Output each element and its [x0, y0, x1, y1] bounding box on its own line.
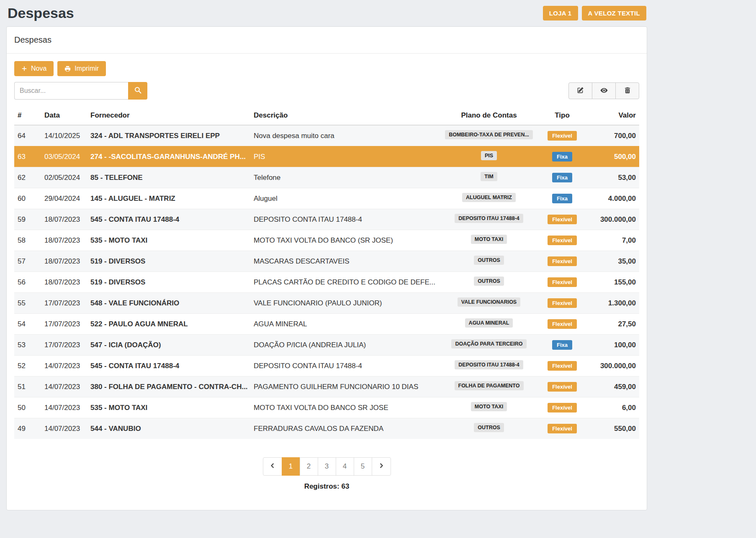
- pagination-prev[interactable]: [263, 457, 282, 476]
- cell-id: 54: [14, 314, 41, 335]
- table-row[interactable]: 57 18/07/2023 519 - DIVERSOS MASCARAS DE…: [14, 251, 639, 272]
- column-header-plano: Plano de Contas: [439, 106, 539, 125]
- delete-button[interactable]: [615, 82, 639, 99]
- plan-badge: TIM: [481, 172, 497, 181]
- cell-id: 56: [14, 272, 41, 293]
- cell-tipo: Fixa: [539, 167, 585, 188]
- cell-tipo: Flexível: [539, 418, 585, 439]
- cell-date: 14/10/2025: [41, 125, 87, 146]
- pagination-page[interactable]: 4: [336, 457, 354, 476]
- type-badge: Flexível: [548, 382, 577, 392]
- search-button[interactable]: [128, 82, 147, 100]
- cell-fornecedor: 535 - MOTO TAXI: [87, 397, 250, 418]
- search-group: [14, 82, 147, 100]
- table-row[interactable]: 56 18/07/2023 519 - DIVERSOS PLACAS CART…: [14, 272, 639, 293]
- table-row[interactable]: 54 17/07/2023 522 - PAULO AGUA MNERAL AG…: [14, 314, 639, 335]
- cell-id: 53: [14, 335, 41, 356]
- plus-icon: [21, 66, 27, 72]
- table-row[interactable]: 60 29/04/2024 145 - ALUGUEL - MATRIZ Alu…: [14, 188, 639, 209]
- type-badge: Flexível: [548, 131, 577, 141]
- imprimir-button[interactable]: Imprimir: [57, 61, 106, 76]
- table-row[interactable]: 51 14/07/2023 380 - FOLHA DE PAGAMENTO -…: [14, 377, 639, 397]
- cell-descricao: PLACAS CARTÃO DE CREDITO E CODIGO DE DEF…: [250, 272, 439, 293]
- cell-valor: 155,00: [585, 272, 639, 293]
- cell-date: 14/07/2023: [41, 418, 87, 439]
- cell-descricao: PIS: [250, 146, 439, 167]
- pagination-next[interactable]: [372, 457, 391, 476]
- cell-plano: OUTROS: [439, 418, 539, 439]
- page-title: Despesas: [8, 5, 74, 21]
- edit-button[interactable]: [568, 82, 592, 99]
- pagination-page[interactable]: 5: [354, 457, 372, 476]
- cell-fornecedor: 380 - FOLHA DE PAGAMENTO - CONTRA-CH...: [87, 377, 250, 397]
- pagination-page[interactable]: 1: [282, 457, 300, 476]
- table-row[interactable]: 63 03/05/2024 274 - -SACOLITAS-GARANHUNS…: [14, 146, 639, 167]
- table-row[interactable]: 50 14/07/2023 535 - MOTO TAXI MOTO TAXI …: [14, 397, 639, 418]
- view-button[interactable]: [592, 82, 616, 99]
- table-row[interactable]: 52 14/07/2023 545 - CONTA ITAU 17488-4 D…: [14, 356, 639, 377]
- search-icon: [134, 87, 141, 95]
- pagination: 12345: [14, 457, 639, 476]
- table-row[interactable]: 49 14/07/2023 544 - VANUBIO FERRADURAS C…: [14, 418, 639, 439]
- pagination-page[interactable]: 3: [318, 457, 336, 476]
- table-row[interactable]: 62 02/05/2024 85 - TELEFONE Telefone TIM…: [14, 167, 639, 188]
- cell-id: 59: [14, 209, 41, 230]
- cell-fornecedor: 522 - PAULO AGUA MNERAL: [87, 314, 250, 335]
- table-row[interactable]: 55 17/07/2023 548 - VALE FUNCIONÁRIO VAL…: [14, 293, 639, 314]
- search-input[interactable]: [14, 82, 128, 100]
- pagination-pages: 12345: [282, 457, 372, 476]
- cell-descricao: MOTO TAXI VOLTA DO BANCO SR JOSE: [250, 397, 439, 418]
- cell-descricao: Telefone: [250, 167, 439, 188]
- chevron-right-icon: [378, 462, 384, 471]
- plan-badge: OUTROS: [474, 256, 504, 265]
- table-row[interactable]: 64 14/10/2025 324 - ADL TRANSPORTES EIRE…: [14, 125, 639, 146]
- page-container: Despesas LOJA 1 A VELOZ TEXTIL Despesas …: [6, 0, 647, 510]
- cell-tipo: Flexível: [539, 356, 585, 377]
- table-row[interactable]: 53 17/07/2023 547 - ICIA (DOAÇÃO) DOAÇÃO…: [14, 335, 639, 356]
- search-row: [14, 82, 639, 100]
- type-badge: Flexível: [548, 215, 577, 224]
- type-badge: Flexível: [548, 424, 577, 433]
- type-badge: Fixa: [552, 152, 572, 161]
- cell-date: 18/07/2023: [41, 230, 87, 251]
- plan-badge: AGUA MINERAL: [465, 318, 513, 328]
- column-header-tipo: Tipo: [539, 106, 585, 125]
- cell-valor: 27,50: [585, 314, 639, 335]
- table-row[interactable]: 59 18/07/2023 545 - CONTA ITAU 17488-4 D…: [14, 209, 639, 230]
- table-body: 64 14/10/2025 324 - ADL TRANSPORTES EIRE…: [14, 125, 639, 439]
- cell-date: 03/05/2024: [41, 146, 87, 167]
- plan-badge: DEPOSITO ITAU 17488-4: [455, 214, 523, 223]
- type-badge: Flexível: [548, 277, 577, 287]
- type-badge: Flexível: [548, 403, 577, 412]
- cell-plano: DEPOSITO ITAU 17488-4: [439, 209, 539, 230]
- cell-valor: 700,00: [585, 125, 639, 146]
- cell-valor: 300.000,00: [585, 356, 639, 377]
- plan-badge: FOLHA DE PAGAMENTO: [455, 381, 524, 390]
- store-button-loja1[interactable]: LOJA 1: [543, 6, 578, 20]
- cell-tipo: Flexível: [539, 272, 585, 293]
- cell-descricao: DEPOSITO CONTA ITAU 17488-4: [250, 209, 439, 230]
- column-header-descricao: Descrição: [250, 106, 439, 125]
- plan-badge: MOTO TAXI: [471, 402, 507, 411]
- cell-fornecedor: 519 - DIVERSOS: [87, 251, 250, 272]
- cell-date: 29/04/2024: [41, 188, 87, 209]
- type-badge: Flexível: [548, 236, 577, 245]
- table-header: # Data Fornecedor Descrição Plano de Con…: [14, 106, 639, 125]
- type-badge: Fixa: [552, 194, 572, 203]
- cell-tipo: Fixa: [539, 146, 585, 167]
- table-row[interactable]: 58 18/07/2023 535 - MOTO TAXI MOTO TAXI …: [14, 230, 639, 251]
- pagination-page[interactable]: 2: [300, 457, 318, 476]
- store-button-veloz-textil[interactable]: A VELOZ TEXTIL: [582, 6, 646, 20]
- cell-fornecedor: 547 - ICIA (DOAÇÃO): [87, 335, 250, 356]
- type-badge: Flexível: [548, 361, 577, 371]
- cell-tipo: Flexível: [539, 293, 585, 314]
- nova-button[interactable]: Nova: [14, 61, 54, 76]
- cell-descricao: Aluguel: [250, 188, 439, 209]
- cell-id: 64: [14, 125, 41, 146]
- card-title: Despesas: [7, 27, 647, 54]
- cell-descricao: DEPOSITO CONTA ITAU 17488-4: [250, 356, 439, 377]
- cell-plano: AGUA MINERAL: [439, 314, 539, 335]
- cell-descricao: DOAÇÃO P/ICIA (ANDREIA JULIA): [250, 335, 439, 356]
- page-header: Despesas LOJA 1 A VELOZ TEXTIL: [6, 0, 647, 26]
- cell-tipo: Flexível: [539, 377, 585, 397]
